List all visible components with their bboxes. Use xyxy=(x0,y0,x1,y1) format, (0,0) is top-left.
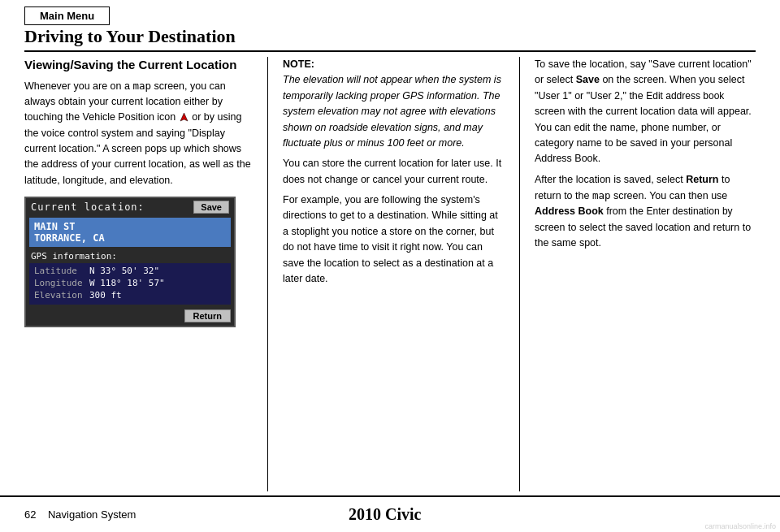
nav-system-label: Navigation System xyxy=(48,508,136,521)
mid-para2: You can store the current location for l… xyxy=(283,156,505,188)
location-city: TORRANCE, CA xyxy=(34,232,226,244)
gps-lon-label: Longitude xyxy=(34,278,89,288)
mid-para3: For example, you are following the syste… xyxy=(283,192,505,287)
left-column: Viewing/Saving the Current Location When… xyxy=(24,57,268,491)
gps-row-latitude: Latitude N 33° 50' 32" xyxy=(34,266,226,276)
map-code-inline: map xyxy=(132,80,151,92)
middle-column: NOTE: The elevation will not appear when… xyxy=(268,57,520,491)
page-number: 62 xyxy=(24,508,36,521)
enter-dest-inline: Enter destination by xyxy=(647,205,733,217)
location-box: MAIN ST TORRANCE, CA xyxy=(29,218,231,247)
right-column: To save the location, say "Save current … xyxy=(520,57,756,491)
return-button[interactable]: Return xyxy=(184,309,231,322)
page-title: Driving to Your Destination xyxy=(24,26,756,52)
gps-lat-value: N 33° 50' 32" xyxy=(89,266,159,276)
screen-simulation: Current location: Save MAIN ST TORRANCE,… xyxy=(24,197,236,327)
save-button[interactable]: Save xyxy=(193,201,229,214)
edit-address-inline: Edit address book xyxy=(646,90,724,102)
gps-elev-label: Elevation xyxy=(34,290,89,301)
gps-table: Latitude N 33° 50' 32" Longitude W 118° … xyxy=(29,263,231,305)
gps-elev-value: 300 ft xyxy=(89,290,122,301)
right-para2: After the location is saved, select Retu… xyxy=(535,172,756,252)
svg-marker-0 xyxy=(180,113,188,121)
screen-title: Current location: xyxy=(31,201,145,213)
main-menu-label: Main Menu xyxy=(40,10,94,22)
vehicle-position-icon xyxy=(179,110,189,125)
footer: 62 Navigation System 2010 Civic xyxy=(0,495,780,532)
gps-row-longitude: Longitude W 118° 18' 57" xyxy=(34,278,226,288)
footer-model: 2010 Civic xyxy=(349,505,421,524)
note-block: NOTE: The elevation will not appear when… xyxy=(283,57,505,151)
main-menu-button[interactable]: Main Menu xyxy=(24,6,110,25)
right-para1: To save the location, say "Save current … xyxy=(535,57,756,167)
left-para1: Whenever you are on a map screen, you ca… xyxy=(24,78,253,189)
gps-label: GPS information: xyxy=(26,249,234,262)
main-content: Viewing/Saving the Current Location When… xyxy=(24,57,756,491)
note-label: NOTE: xyxy=(283,58,314,70)
watermark: carmanualsonline.info xyxy=(704,522,776,530)
gps-lon-value: W 118° 18' 57" xyxy=(89,278,165,288)
note-italic-text: The elevation will not appear when the s… xyxy=(283,74,501,149)
map-code-right: map xyxy=(592,189,611,201)
gps-row-elevation: Elevation 300 ft xyxy=(34,290,226,301)
gps-lat-label: Latitude xyxy=(34,266,89,276)
footer-page-info: 62 Navigation System xyxy=(24,508,136,521)
save-inline-bold: Save xyxy=(576,74,600,85)
address-book-inline-bold: Address Book xyxy=(535,205,604,217)
location-street: MAIN ST xyxy=(34,221,226,232)
section-heading: Viewing/Saving the Current Location xyxy=(24,57,253,73)
return-inline-bold: Return xyxy=(686,174,718,185)
